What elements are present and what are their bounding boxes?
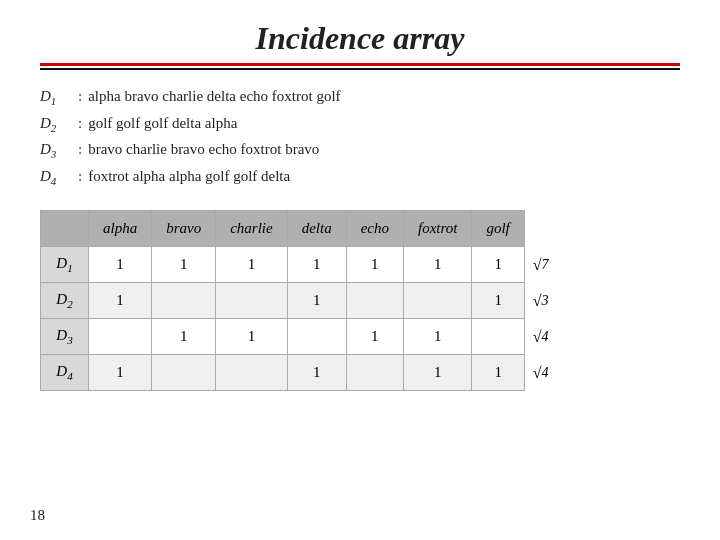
table-row: D41111 (41, 355, 525, 391)
table-row: D2111 (41, 283, 525, 319)
cell-r1-c5: 1 (346, 247, 403, 283)
table-header: alphabravocharliedeltaechofoxtrotgolf (41, 211, 525, 247)
cell-r2-c5 (346, 283, 403, 319)
def-text-1: alpha bravo charlie delta echo foxtrot g… (88, 84, 340, 108)
cell-r3-c7 (472, 319, 524, 355)
definition-row-1: D1:alpha bravo charlie delta echo foxtro… (40, 84, 680, 111)
cell-r2-c2 (152, 283, 216, 319)
def-text-3: bravo charlie bravo echo foxtrot bravo (88, 137, 319, 161)
cell-r3-c1 (89, 319, 152, 355)
def-label-4: D4 (40, 164, 78, 191)
cell-r2-c1: 1 (89, 283, 152, 319)
row-label-2: D2 (41, 283, 89, 319)
header-cell-5: echo (346, 211, 403, 247)
def-colon-2: : (78, 111, 82, 135)
cell-r1-c1: 1 (89, 247, 152, 283)
row-label-1: D1 (41, 247, 89, 283)
def-colon-4: : (78, 164, 82, 188)
page-number: 18 (30, 507, 45, 524)
cell-r4-c1: 1 (89, 355, 152, 391)
cell-r1-c7: 1 (472, 247, 524, 283)
header-cell-4: delta (287, 211, 346, 247)
cell-r4-c3 (216, 355, 288, 391)
table-body: D11111111D2111D31111D41111 (41, 247, 525, 391)
page-title: Incidence array (40, 20, 680, 57)
sqrt-item-1: √7 (533, 247, 549, 283)
cell-r2-c7: 1 (472, 283, 524, 319)
header-cell-6: foxtrot (404, 211, 472, 247)
page: Incidence array D1:alpha bravo charlie d… (0, 0, 720, 540)
black-divider (40, 68, 680, 70)
def-colon-3: : (78, 137, 82, 161)
definition-row-2: D2:golf golf golf delta alpha (40, 111, 680, 138)
def-colon-1: : (78, 84, 82, 108)
cell-r2-c3 (216, 283, 288, 319)
row-label-3: D3 (41, 319, 89, 355)
header-row: alphabravocharliedeltaechofoxtrotgolf (41, 211, 525, 247)
cell-r4-c6: 1 (404, 355, 472, 391)
table-row: D11111111 (41, 247, 525, 283)
cell-r4-c2 (152, 355, 216, 391)
def-label-3: D3 (40, 137, 78, 164)
definitions-section: D1:alpha bravo charlie delta echo foxtro… (40, 84, 680, 190)
cell-r1-c3: 1 (216, 247, 288, 283)
row-label-4: D4 (41, 355, 89, 391)
red-divider (40, 63, 680, 66)
def-label-2: D2 (40, 111, 78, 138)
sqrt-column: √7√3√4√4 (533, 210, 549, 391)
definition-row-3: D3:bravo charlie bravo echo foxtrot brav… (40, 137, 680, 164)
cell-r3-c3: 1 (216, 319, 288, 355)
sqrt-item-3: √4 (533, 319, 549, 355)
cell-r1-c2: 1 (152, 247, 216, 283)
def-text-2: golf golf golf delta alpha (88, 111, 237, 135)
cell-r1-c4: 1 (287, 247, 346, 283)
cell-r4-c4: 1 (287, 355, 346, 391)
cell-r4-c7: 1 (472, 355, 524, 391)
cell-r2-c4: 1 (287, 283, 346, 319)
header-cell-3: charlie (216, 211, 288, 247)
header-cell-7: golf (472, 211, 524, 247)
table-row: D31111 (41, 319, 525, 355)
sqrt-item-2: √3 (533, 283, 549, 319)
cell-r3-c2: 1 (152, 319, 216, 355)
def-label-1: D1 (40, 84, 78, 111)
table-wrapper: alphabravocharliedeltaechofoxtrotgolf D1… (40, 210, 680, 391)
cell-r1-c6: 1 (404, 247, 472, 283)
cell-r3-c5: 1 (346, 319, 403, 355)
header-cell-1: alpha (89, 211, 152, 247)
header-cell-0 (41, 211, 89, 247)
incidence-table: alphabravocharliedeltaechofoxtrotgolf D1… (40, 210, 525, 391)
cell-r3-c4 (287, 319, 346, 355)
definition-row-4: D4:foxtrot alpha alpha golf golf delta (40, 164, 680, 191)
cell-r4-c5 (346, 355, 403, 391)
sqrt-item-4: √4 (533, 355, 549, 391)
def-text-4: foxtrot alpha alpha golf golf delta (88, 164, 290, 188)
header-cell-2: bravo (152, 211, 216, 247)
cell-r3-c6: 1 (404, 319, 472, 355)
cell-r2-c6 (404, 283, 472, 319)
